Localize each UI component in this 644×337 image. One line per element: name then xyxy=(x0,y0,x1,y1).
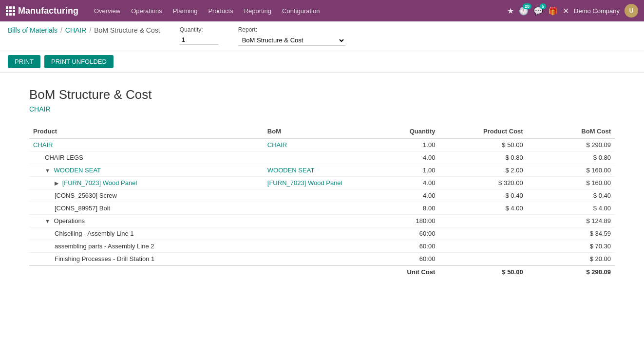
qty-cell: 4.00 xyxy=(380,151,439,164)
product-text: assembling parts - Assembly Line 2 xyxy=(33,243,154,250)
bom-cell xyxy=(264,189,380,202)
col-bom-cost: BoM Cost xyxy=(527,125,615,138)
product-cost-cell: $ 0.40 xyxy=(439,189,527,202)
gift-icon[interactable]: 🎁 xyxy=(548,6,558,16)
bom-cell xyxy=(264,253,380,266)
product-cell: ▶ [FURN_7023] Wood Panel xyxy=(29,177,264,189)
product-cell: [CONS_89957] Bolt xyxy=(29,202,264,215)
breadcrumb-sep2: / xyxy=(89,26,91,34)
product-text: Operations xyxy=(54,217,85,225)
clock-badge: 28 xyxy=(523,3,531,9)
bom-cost-cell: $ 124.89 xyxy=(527,215,615,227)
star-icon[interactable]: ★ xyxy=(507,6,514,16)
product-cost-cell xyxy=(439,227,527,240)
qty-cell: 8.00 xyxy=(380,202,439,215)
quantity-input[interactable] xyxy=(180,35,219,45)
button-bar: PRINT PRINT UNFOLDED xyxy=(0,51,644,73)
report-title: BoM Structure & Cost xyxy=(29,87,615,102)
report-group: Report: BoM Structure & Cost xyxy=(238,26,345,46)
bom-cost-cell: $ 20.00 xyxy=(527,253,615,266)
col-quantity: Quantity xyxy=(380,125,439,138)
close-icon[interactable]: ✕ xyxy=(563,6,569,16)
collapse-icon[interactable]: ▼ xyxy=(45,218,50,224)
unit-cost-label-cell xyxy=(29,265,264,278)
bom-table: Product BoM Quantity Product Cost BoM Co… xyxy=(29,125,615,278)
col-product: Product xyxy=(29,125,264,138)
breadcrumb-chair[interactable]: CHAIR xyxy=(65,26,87,34)
bom-cell xyxy=(264,227,380,240)
product-cost-cell: $ 2.00 xyxy=(439,164,527,177)
product-link[interactable]: [FURN_7023] Wood Panel xyxy=(62,179,137,187)
product-cell: [CONS_25630] Screw xyxy=(29,189,264,202)
clock-icon[interactable]: 🕘 28 xyxy=(519,6,529,16)
navbar: Manufacturing Overview Operations Planni… xyxy=(0,0,644,21)
indent-wrap: ▼ WOODEN SEAT xyxy=(33,167,101,174)
unit-cost-label: Unit Cost xyxy=(380,265,439,278)
table-row: ▼ WOODEN SEAT WOODEN SEAT 1.00 $ 2.00 $ … xyxy=(29,164,615,177)
report-label: Report: xyxy=(238,26,345,33)
apps-icon[interactable] xyxy=(6,6,15,16)
bom-cell xyxy=(264,215,380,227)
bom-cell xyxy=(264,202,380,215)
bom-cost-cell: $ 34.59 xyxy=(527,227,615,240)
nav-overview[interactable]: Overview xyxy=(89,5,125,17)
product-link[interactable]: WOODEN SEAT xyxy=(54,167,101,174)
qty-cell: 60:00 xyxy=(380,227,439,240)
table-row: CHAIR CHAIR 1.00 $ 50.00 $ 290.09 xyxy=(29,138,615,151)
print-unfolded-button[interactable]: PRINT UNFOLDED xyxy=(44,55,114,68)
product-cost-cell xyxy=(439,253,527,266)
bom-cell: [FURN_7023] Wood Panel xyxy=(264,177,380,189)
breadcrumb-bom[interactable]: Bills of Materials xyxy=(8,26,57,34)
app-name: Manufacturing xyxy=(18,6,78,16)
expand-icon[interactable]: ▶ xyxy=(55,180,58,186)
col-product-cost: Product Cost xyxy=(439,125,527,138)
col-bom: BoM xyxy=(264,125,380,138)
breadcrumb-sep1: / xyxy=(60,26,62,34)
nav-reporting[interactable]: Reporting xyxy=(239,5,276,17)
nav-products[interactable]: Products xyxy=(203,5,238,17)
nav-configuration[interactable]: Configuration xyxy=(277,5,324,17)
quantity-group: Quantity: xyxy=(180,26,219,45)
bom-link[interactable]: CHAIR xyxy=(267,141,287,149)
qty-report-area: Quantity: Report: BoM Structure & Cost xyxy=(180,26,345,46)
user-avatar[interactable]: U xyxy=(625,4,638,18)
bom-cost-cell: $ 0.40 xyxy=(527,189,615,202)
product-text: Chiselling - Assembly Line 1 xyxy=(33,230,134,237)
indent-wrap: ▶ [FURN_7023] Wood Panel xyxy=(33,179,137,187)
company-name[interactable]: Demo Company xyxy=(574,7,620,15)
product-text: [CONS_89957] Bolt xyxy=(33,205,110,212)
product-cost-cell: $ 0.80 xyxy=(439,151,527,164)
indent-wrap: ▼ Operations xyxy=(33,217,85,225)
product-cell: ▼ Operations xyxy=(29,215,264,227)
chat-icon[interactable]: 💬 5 xyxy=(533,6,543,16)
bom-link[interactable]: WOODEN SEAT xyxy=(267,167,315,174)
breadcrumb-current: BoM Structure & Cost xyxy=(94,26,160,34)
product-cell: Chiselling - Assembly Line 1 xyxy=(29,227,264,240)
quantity-label: Quantity: xyxy=(180,26,219,33)
product-cell: assembling parts - Assembly Line 2 xyxy=(29,240,264,253)
qty-cell: 180:00 xyxy=(380,215,439,227)
report-select[interactable]: BoM Structure & Cost xyxy=(238,35,345,46)
product-cell: Finishing Processes - Drill Station 1 xyxy=(29,253,264,266)
nav-planning[interactable]: Planning xyxy=(168,5,203,17)
table-row: [CONS_25630] Screw 4.00 $ 0.40 $ 0.40 xyxy=(29,189,615,202)
unit-cost-product-cost: $ 50.00 xyxy=(439,265,527,278)
product-text: Finishing Processes - Drill Station 1 xyxy=(33,255,154,262)
nav-right: ★ 🕘 28 💬 5 🎁 ✕ Demo Company U xyxy=(507,4,638,18)
bom-cost-cell: $ 160.00 xyxy=(527,177,615,189)
product-cost-cell: $ 320.00 xyxy=(439,177,527,189)
collapse-icon[interactable]: ▼ xyxy=(45,168,50,173)
qty-cell: 4.00 xyxy=(380,177,439,189)
main-content: BoM Structure & Cost CHAIR Product BoM Q… xyxy=(0,73,644,337)
print-button[interactable]: PRINT xyxy=(8,55,40,68)
product-text: [CONS_25630] Screw xyxy=(33,192,117,199)
product-cost-cell: $ 50.00 xyxy=(439,138,527,151)
bom-link[interactable]: [FURN_7023] Wood Panel xyxy=(267,179,342,187)
qty-cell: 60:00 xyxy=(380,253,439,266)
bom-cost-cell: $ 4.00 xyxy=(527,202,615,215)
nav-operations[interactable]: Operations xyxy=(126,5,167,17)
main-nav: Overview Operations Planning Products Re… xyxy=(89,5,504,17)
product-text: CHAIR LEGS xyxy=(33,154,83,161)
product-link[interactable]: CHAIR xyxy=(33,141,53,149)
breadcrumb: Bills of Materials / CHAIR / BoM Structu… xyxy=(8,26,160,34)
